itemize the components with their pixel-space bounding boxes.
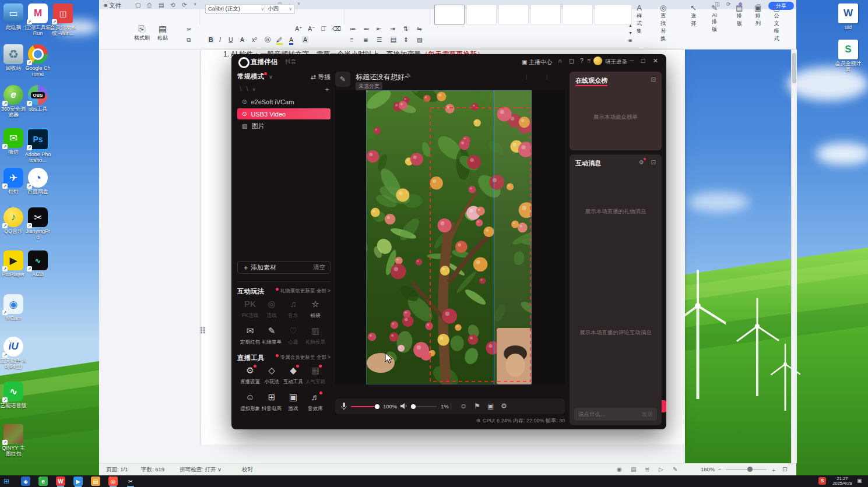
popout-icon[interactable]: ⊡	[651, 159, 656, 165]
phonetic-icon[interactable]: 变̈	[321, 25, 325, 32]
sort-icon[interactable]: ⇋	[417, 25, 422, 32]
microphone-icon[interactable]	[341, 403, 347, 411]
clear-format-icon[interactable]: ⌫	[332, 25, 341, 32]
toolbar-button[interactable]: ↖ 选择	[690, 3, 697, 27]
live-minimize-button[interactable]: ─	[630, 57, 634, 64]
format-painter-button[interactable]: ⎘ 格式刷	[134, 24, 150, 42]
zoom-slider[interactable]	[726, 469, 767, 470]
notification-icon[interactable]: ▣	[857, 478, 862, 484]
feature-button[interactable]: ▣ 游戏	[282, 392, 305, 412]
toolbar-button[interactable]: ◎ 查找替换	[660, 3, 666, 43]
toolbar-button[interactable]: ✎ AI 排版	[711, 3, 718, 33]
desktop-icon[interactable]: ◫ 会员分发系统 -Win...	[50, 3, 76, 37]
align-right-icon[interactable]: ☰	[377, 36, 382, 43]
source-row[interactable]: ⊙ USB3 Video	[237, 108, 331, 119]
play-section-note[interactable]: 礼物展馆更新至 全部 >	[276, 288, 331, 295]
taskbar-app-button[interactable]: ◈	[21, 477, 30, 486]
save-icon[interactable]: ▢	[135, 2, 140, 8]
align-left-icon[interactable]: ≡	[350, 36, 353, 43]
desktop-icon[interactable]: ✈ 钉钉	[0, 168, 27, 195]
director-mode-button[interactable]: ⇄ 导播	[311, 73, 331, 82]
underline-button[interactable]: U	[229, 36, 233, 43]
grow-font-icon[interactable]: A⁺	[295, 25, 303, 32]
outdent-icon[interactable]: ⇤	[377, 25, 382, 32]
help-icon[interactable]: ?	[580, 57, 584, 64]
styles-more-icon[interactable]: ☰	[628, 38, 632, 43]
indent-icon[interactable]: ⇥	[390, 25, 395, 32]
quickbar-more-icon[interactable]: ∨	[194, 2, 196, 6]
zoom-slider-thumb[interactable]	[747, 467, 753, 472]
desktop-icon[interactable]: W uid	[835, 3, 862, 30]
cut-icon[interactable]: ✂	[187, 26, 192, 33]
shading-icon[interactable]: ▨	[417, 36, 423, 43]
live-maximize-button[interactable]: □	[641, 57, 645, 64]
copy-icon[interactable]: ⧉	[187, 36, 191, 44]
style-option[interactable]	[498, 5, 529, 25]
feature-button[interactable]: ⊞ 抖音电商	[260, 392, 283, 412]
sticker-icon[interactable]: ☺	[460, 402, 467, 410]
feature-button[interactable]: ♫ 音乐	[282, 299, 305, 319]
print-icon[interactable]: ▤	[159, 2, 164, 8]
spell-check[interactable]: 拼写检查: 打开 ∨	[180, 466, 222, 474]
document-scrollbar[interactable]	[791, 50, 797, 463]
italic-button[interactable]: I	[219, 36, 221, 43]
align-center-icon[interactable]: ≣	[363, 36, 368, 43]
advanced-settings-icon[interactable]: ⚙	[501, 402, 507, 410]
highlight-button[interactable]: 🖉	[276, 36, 283, 45]
desktop-icon[interactable]: OBS obs工具	[24, 85, 51, 112]
desktop-icon[interactable]: ▶ PotPlayer	[0, 250, 27, 277]
desktop-icon[interactable]: M 江湖工具箱 Run	[24, 3, 51, 37]
feature-button[interactable]: ✉ 定期红包	[238, 326, 262, 346]
mic-volume-slider[interactable]	[351, 406, 379, 407]
add-scene-button[interactable]: ＋	[324, 84, 331, 94]
line-spacing-icon[interactable]: ⇕	[403, 36, 409, 43]
feature-button[interactable]: ⚙ 直播设置	[238, 365, 262, 386]
font-name-select[interactable]: Calibri (正文)∨	[205, 4, 267, 14]
desktop-icon[interactable]: Ps Adobe Photosho...	[24, 128, 51, 164]
taskbar-app-button[interactable]: ◎	[108, 477, 118, 486]
category-tag[interactable]: 未选分类	[356, 82, 382, 91]
page-view-icon[interactable]: ▤	[631, 466, 636, 472]
desktop-icon[interactable]: ♪ QQ音乐	[0, 207, 27, 234]
style-option[interactable]	[530, 5, 561, 25]
scene-tab[interactable]	[245, 85, 251, 92]
speaker-volume-slider[interactable]	[411, 406, 437, 407]
toolbar-button[interactable]: ▢ 公文模式	[773, 3, 780, 43]
taskbar-app-button[interactable]: ▤	[91, 477, 100, 486]
mode-selector[interactable]: 常规模式 ∨ ⇄ 导播	[237, 72, 331, 81]
menu-icon[interactable]: ≡	[587, 57, 591, 64]
desktop-icon[interactable]: ✂ JianyingPro	[24, 207, 51, 241]
desktop-icon[interactable]: Google Chrome	[24, 44, 51, 77]
styles-up-icon[interactable]: ▲	[628, 23, 632, 27]
scene-tab[interactable]	[238, 85, 244, 92]
edit-title-button[interactable]: ✎	[335, 72, 350, 87]
file-menu[interactable]: ≡ 文件	[104, 2, 121, 10]
font-color-button[interactable]: A	[289, 36, 293, 45]
taskbar-app-button[interactable]: ✂	[126, 477, 135, 486]
gear-icon[interactable]: ⚙	[639, 159, 644, 165]
sync-icon[interactable]: ⟳	[726, 1, 731, 7]
live-title-bar[interactable]: 直播伴侣 抖音 ▣ 主播中心 ∩ ◻ ? ≡ 研王进圣 ─ □ ✕	[231, 54, 666, 68]
desktop-icon[interactable]: ∿ AIZB	[24, 250, 51, 277]
feature-button[interactable]: ♡ 心愿	[282, 326, 305, 346]
desktop-icon[interactable]: ∿ 艺能语音版	[0, 382, 27, 408]
banner-icon[interactable]: ⚑	[474, 402, 480, 410]
redo-icon[interactable]: ⟳	[182, 2, 187, 8]
live-close-button[interactable]: ✕	[653, 57, 658, 64]
style-option[interactable]	[595, 5, 632, 25]
edit-icon[interactable]: ✎	[406, 72, 411, 79]
style-option[interactable]	[563, 5, 593, 25]
send-button[interactable]: 发送	[642, 411, 653, 418]
superscript-button[interactable]: x²	[252, 36, 257, 43]
tools-section-note[interactable]: 专属会员更新至 全部 >	[276, 354, 331, 361]
popout-icon[interactable]: ⊡	[651, 76, 656, 83]
source-row[interactable]: ▧ 图片	[237, 121, 331, 132]
feature-button[interactable]: ◎ 连线	[260, 299, 283, 319]
taskbar-app-button[interactable]: e	[38, 477, 48, 486]
proofread[interactable]: 校对	[242, 466, 253, 474]
bold-button[interactable]: B	[208, 36, 215, 43]
toolbar-button[interactable]: ▤ 排版	[736, 3, 743, 27]
taskbar-app-button[interactable]: W	[56, 477, 65, 486]
styles-down-icon[interactable]: ▼	[628, 31, 632, 35]
eye-protect-icon[interactable]: ◉	[617, 466, 622, 472]
